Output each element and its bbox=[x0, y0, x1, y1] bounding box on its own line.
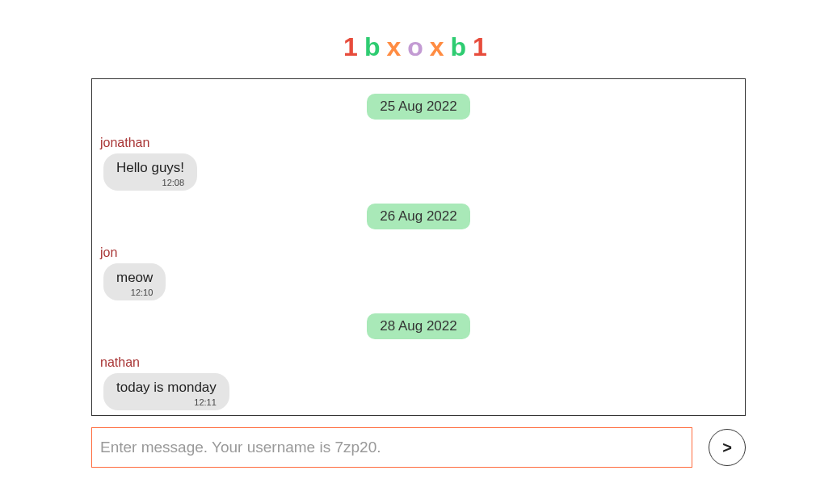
message-time: 12:10 bbox=[116, 288, 153, 297]
logo-char: o bbox=[407, 32, 430, 62]
send-button[interactable]: > bbox=[709, 429, 746, 466]
message-input[interactable] bbox=[91, 427, 692, 468]
message-bubble: Hello guys!12:08 bbox=[103, 153, 197, 191]
logo-char: b bbox=[364, 32, 387, 62]
date-row: 25 Aug 2022 bbox=[99, 87, 738, 126]
message-bubble: today is monday12:11 bbox=[103, 373, 229, 410]
logo-char: b bbox=[451, 32, 473, 62]
logo-char: x bbox=[386, 32, 407, 62]
message-text: today is monday bbox=[116, 380, 217, 396]
message-bubble: meow12:10 bbox=[103, 263, 166, 300]
message-username: nathan bbox=[99, 355, 738, 370]
date-row: 26 Aug 2022 bbox=[99, 197, 738, 236]
message-time: 12:08 bbox=[116, 178, 184, 187]
date-badge: 25 Aug 2022 bbox=[367, 94, 469, 120]
logo-char: 1 bbox=[343, 32, 364, 62]
messages-panel[interactable]: 25 Aug 2022jonathanHello guys!12:0826 Au… bbox=[91, 78, 746, 416]
logo-char: 1 bbox=[473, 32, 494, 62]
date-badge: 28 Aug 2022 bbox=[367, 313, 469, 339]
app-logo: 1bxoxb1 bbox=[0, 0, 837, 78]
date-badge: 26 Aug 2022 bbox=[367, 204, 469, 229]
message-username: jonathan bbox=[99, 136, 738, 150]
message-time: 12:11 bbox=[116, 397, 217, 407]
message-username: jon bbox=[99, 246, 738, 260]
input-row: > bbox=[91, 427, 746, 468]
date-row: 28 Aug 2022 bbox=[99, 307, 738, 346]
message-text: Hello guys! bbox=[116, 160, 184, 176]
message-text: meow bbox=[116, 270, 153, 286]
logo-char: x bbox=[430, 32, 451, 62]
